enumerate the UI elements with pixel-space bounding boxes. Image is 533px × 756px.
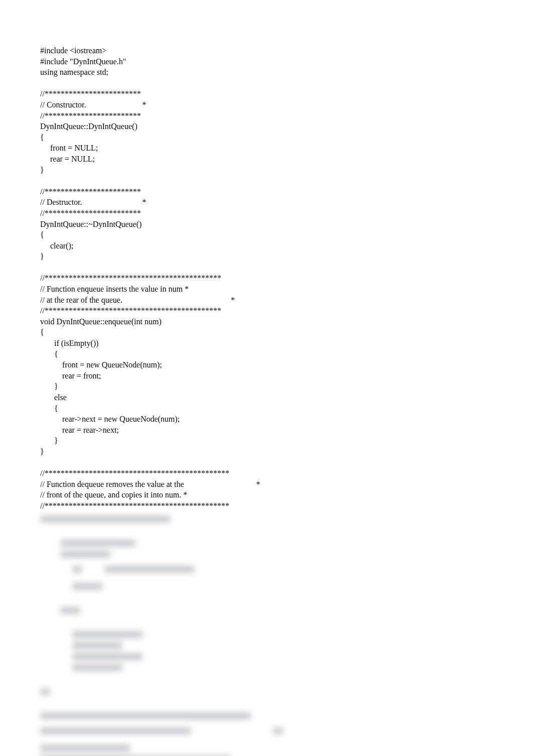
code-line: } bbox=[40, 251, 493, 262]
code-line bbox=[40, 78, 493, 89]
code-line: //**************************************… bbox=[40, 273, 493, 284]
code-line: // Constructor. * bbox=[40, 99, 493, 110]
code-line: clear(); bbox=[40, 240, 493, 251]
code-line: else bbox=[40, 392, 493, 403]
code-line bbox=[40, 175, 493, 186]
code-line: DynIntQueue::~DynIntQueue() bbox=[40, 219, 493, 230]
code-line: //************************ bbox=[40, 186, 493, 197]
code-line: front = new QueueNode(num); bbox=[40, 359, 493, 370]
code-line: // at the rear of the queue. * bbox=[40, 295, 493, 306]
code-line: { bbox=[40, 327, 493, 338]
document-page: #include <iostream> #include "DynIntQueu… bbox=[0, 0, 533, 756]
code-line: // Function enqueue inserts the value in… bbox=[40, 284, 493, 295]
code-line bbox=[40, 262, 493, 273]
code-line: // Function dequeue removes the value at… bbox=[40, 479, 493, 490]
blurred-hidden-content bbox=[40, 516, 493, 756]
code-line: // Destructor. * bbox=[40, 197, 493, 208]
code-line: { bbox=[40, 403, 493, 414]
code-line: DynIntQueue::DynIntQueue() bbox=[40, 121, 493, 132]
code-line: if (isEmpty()) bbox=[40, 338, 493, 349]
code-line: //************************ bbox=[40, 88, 493, 99]
code-line: rear = rear->next; bbox=[40, 425, 493, 436]
code-line: #include "DynIntQueue.h" bbox=[40, 56, 493, 67]
code-line bbox=[40, 457, 493, 468]
code-line: } bbox=[40, 381, 493, 392]
code-line: //**************************************… bbox=[40, 305, 493, 316]
code-line: } bbox=[40, 446, 493, 457]
code-line: //************************ bbox=[40, 208, 493, 219]
code-line: front = NULL; bbox=[40, 143, 493, 154]
code-line: using namespace std; bbox=[40, 67, 493, 78]
code-line: } bbox=[40, 165, 493, 176]
code-line: //**************************************… bbox=[40, 468, 493, 479]
code-line: { bbox=[40, 229, 493, 240]
code-line: rear->next = new QueueNode(num); bbox=[40, 414, 493, 425]
code-line: //************************ bbox=[40, 110, 493, 121]
code-line: // front of the queue, and copies it int… bbox=[40, 489, 493, 500]
code-line: //**************************************… bbox=[40, 500, 493, 512]
code-line: } bbox=[40, 435, 493, 446]
code-line: rear = NULL; bbox=[40, 154, 493, 165]
code-line: void DynIntQueue::enqueue(int num) bbox=[40, 316, 493, 327]
code-line: rear = front; bbox=[40, 370, 493, 382]
code-line: #include <iostream> bbox=[40, 45, 493, 56]
code-line: { bbox=[40, 349, 493, 360]
code-line: { bbox=[40, 132, 493, 143]
